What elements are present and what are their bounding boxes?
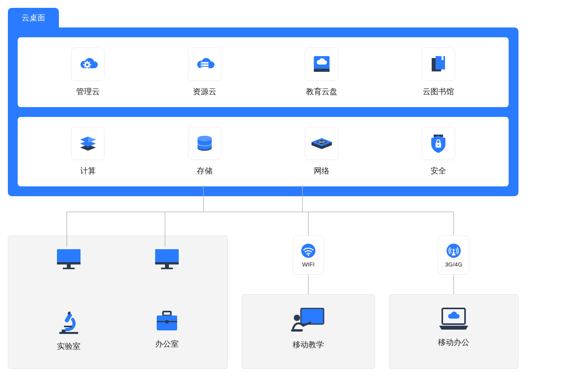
cloud-disk-icon <box>305 47 338 81</box>
svg-rect-46 <box>155 262 179 264</box>
service-label: 云图书馆 <box>423 86 454 97</box>
svg-marker-24 <box>88 137 96 143</box>
svg-point-15 <box>201 67 202 68</box>
service-label: 资源云 <box>193 86 216 97</box>
cloud-desktop-diagram: 云桌面 <box>8 8 518 369</box>
router-icon <box>305 127 338 160</box>
svg-point-9 <box>86 64 88 66</box>
service-edu-cloud-disk: 教育云盘 <box>292 47 351 97</box>
svg-rect-53 <box>64 326 72 327</box>
svg-line-5 <box>84 62 85 63</box>
briefcase-icon <box>154 310 180 333</box>
svg-rect-20 <box>441 56 443 60</box>
cell-tower-icon <box>446 243 462 259</box>
svg-rect-43 <box>67 264 71 268</box>
svg-rect-58 <box>165 320 169 323</box>
service-cloud-library: 云图书馆 <box>409 47 468 97</box>
service-network: 网络 <box>292 127 351 176</box>
service-label: 安全 <box>430 166 446 176</box>
database-icon <box>188 127 222 160</box>
svg-rect-44 <box>63 268 75 269</box>
svg-rect-17 <box>314 69 330 72</box>
service-label: 计算 <box>80 166 96 176</box>
monitor-icon <box>153 247 181 271</box>
cloud-panel: 管理云 资源云 <box>8 27 518 196</box>
service-resource-cloud: 资源云 <box>175 47 234 97</box>
endpoint-office: 办公室 <box>147 310 187 349</box>
svg-line-8 <box>89 62 90 63</box>
endpoint-label: 移动教学 <box>293 339 324 350</box>
cellular-label: 3G/4G <box>445 261 462 268</box>
svg-point-26 <box>198 136 212 141</box>
svg-point-38 <box>308 254 309 256</box>
endpoint-mobile-office: 移动办公 <box>432 306 475 348</box>
shield-lock-icon <box>422 127 455 160</box>
microscope-icon <box>56 310 81 335</box>
svg-rect-47 <box>165 264 169 268</box>
svg-line-7 <box>84 67 85 67</box>
svg-rect-59 <box>301 308 324 324</box>
svg-rect-42 <box>57 262 81 264</box>
service-label: 教育云盘 <box>306 86 337 97</box>
service-label: 存储 <box>197 166 212 176</box>
svg-line-6 <box>89 67 90 67</box>
service-compute: 计算 <box>59 127 117 176</box>
endpoint-label: 实验室 <box>57 341 81 352</box>
endpoint-mobile-teaching: 移动教学 <box>287 306 330 350</box>
cloud-desktop-tab: 云桌面 <box>8 8 59 27</box>
svg-point-11 <box>201 62 202 63</box>
cloud-services-row-1: 管理云 资源云 <box>18 37 509 107</box>
books-icon <box>422 47 455 81</box>
endpoint-label: 办公室 <box>155 339 179 349</box>
svg-point-61 <box>294 315 300 321</box>
wifi-icon <box>300 243 316 259</box>
service-label: 网络 <box>314 166 330 176</box>
svg-rect-54 <box>163 312 171 315</box>
cloud-laptop-icon <box>437 306 471 331</box>
cloud-gear-icon <box>71 47 104 81</box>
service-label: 管理云 <box>76 86 100 97</box>
svg-rect-48 <box>161 268 173 269</box>
svg-rect-45 <box>155 249 179 264</box>
lan-group-box <box>8 235 228 369</box>
svg-point-40 <box>453 249 455 251</box>
svg-point-36 <box>438 144 439 146</box>
endpoint-label: 移动办公 <box>438 337 469 348</box>
monitor-icon <box>55 247 82 271</box>
service-management-cloud: 管理云 <box>59 47 117 97</box>
service-storage: 存储 <box>175 127 234 176</box>
teacher-board-icon <box>291 306 326 334</box>
svg-point-13 <box>201 65 202 66</box>
svg-rect-41 <box>57 249 81 264</box>
cloud-server-icon <box>188 47 222 81</box>
service-security: 安全 <box>409 127 468 176</box>
endpoint-lab: 实验室 <box>49 310 88 352</box>
svg-rect-56 <box>157 315 177 321</box>
wifi-label: WIFI <box>302 261 315 268</box>
wifi-badge: WIFI <box>293 235 324 275</box>
compute-stack-icon <box>71 127 104 160</box>
svg-rect-49 <box>59 332 78 334</box>
svg-rect-19 <box>436 56 445 69</box>
tab-label: 云桌面 <box>22 13 45 23</box>
cellular-badge: 3G/4G <box>438 235 469 275</box>
cloud-services-row-2: 计算 存储 <box>18 117 509 187</box>
